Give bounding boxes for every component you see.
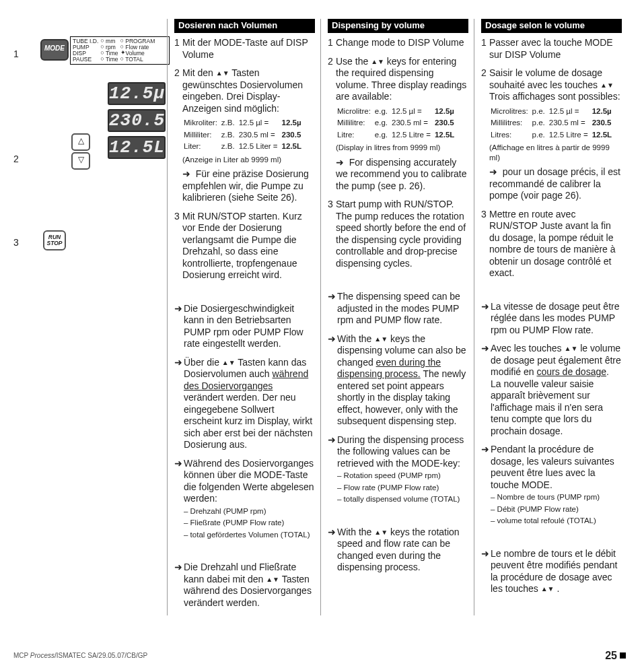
fr-bullet2: Avec les touches ▲▼ le volume de dosage … [491, 343, 622, 437]
mode-button: MODE [40, 39, 69, 61]
fr-bullet3: Pendant la procédure de dosage, les vale… [491, 444, 622, 527]
de-step1: Mit der MODE-Taste auf DISP Volume [182, 37, 315, 61]
de-bullet4: Die Drehzahl und Fließrate kann dabei mi… [184, 562, 315, 609]
column-header-de: Dosieren nach Volumen [174, 19, 315, 33]
en-step2: Use the ▲▼ keys for entering the require… [336, 56, 468, 192]
de-bullet1: Die Dosiergeschwindigkeit kann in den Be… [184, 303, 315, 350]
fr-step3: Mettre en route avec RUN/STOP Juste avan… [489, 209, 622, 279]
up-button: △ [71, 133, 90, 151]
fr-step2: Saisir le volume de dosage souhaité avec… [489, 67, 622, 201]
run-stop-button: RUNSTOP [43, 230, 66, 250]
en-bullet4: With the ▲▼ keys the rotation speed and … [337, 527, 468, 574]
en-step3: Start pump with RUN/STOP. The pump reduc… [336, 199, 468, 269]
step-number-2: 2 [13, 154, 19, 166]
footer-text: MCP Process/ISMATEC SA/29.05.07/CB/GP [13, 652, 147, 661]
column-header-en: Dispensing by volume [328, 19, 468, 33]
column-german: Dosieren nach Volumen 1Mit der MODE-Tast… [167, 19, 320, 615]
column-french: Dosage selon le volume 1Passer avec la t… [474, 19, 627, 615]
fr-bullet1: La vitesse de dosage peut être réglée da… [491, 301, 622, 337]
mode-table: TUBE I.D.○ mm○ PROGRAM PUMP○ rpm○ Flow r… [70, 36, 170, 65]
display-2: 230.5 [108, 109, 166, 132]
display-1: 12.5µ [108, 82, 166, 105]
de-bullet3: Während des Dosiervorganges können über … [184, 458, 315, 541]
fr-step1: Passer avec la touche MODE sur DISP Volu… [489, 37, 622, 61]
de-step2: Mit den ▲▼ Tasten gewünschtes Dosiervolu… [182, 67, 315, 203]
display-3: 12.5L [108, 136, 166, 159]
column-header-fr: Dosage selon le volume [481, 19, 622, 33]
de-bullet2: Über die ▲▼ Tasten kann das Dosiervolume… [184, 357, 315, 451]
step-number-1: 1 [13, 48, 19, 61]
en-bullet1: The dispensing speed can be adjusted in … [337, 291, 468, 327]
page-number: 25 [605, 649, 626, 663]
fr-bullet4: Le nombre de tours et le débit peuvent ê… [491, 548, 622, 595]
en-step1: Change mode to DISP Volume [336, 37, 468, 49]
down-button: ▽ [71, 152, 90, 170]
column-english: Dispensing by volume 1Change mode to DIS… [320, 19, 474, 615]
step-number-3: 3 [13, 237, 19, 249]
en-bullet3: During the dispensing process the follow… [337, 434, 468, 505]
en-bullet2: With the ▲▼ keys the dispensing volume c… [337, 333, 468, 428]
de-step3: Mit RUN/STOP starten. Kurz vor Ende der … [182, 211, 315, 281]
